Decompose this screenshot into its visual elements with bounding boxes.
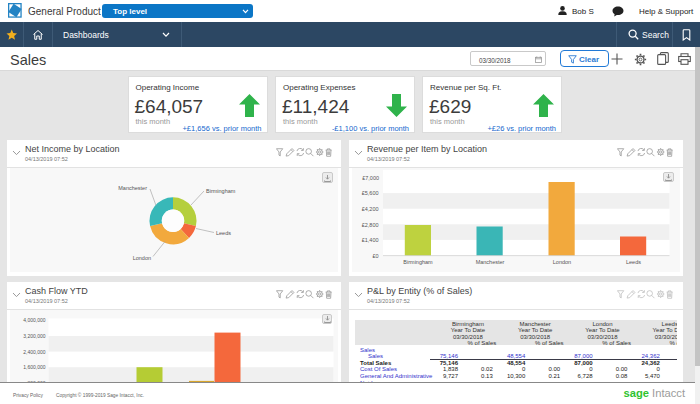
- svg-text:2,400,000: 2,400,000: [23, 349, 45, 355]
- svg-text:1,600,000: 1,600,000: [23, 364, 45, 370]
- svg-text:£5,600: £5,600: [362, 190, 379, 196]
- svg-text:£1,400: £1,400: [362, 237, 379, 243]
- svg-text:Birmingham: Birmingham: [206, 188, 236, 194]
- svg-text:London: London: [133, 255, 151, 261]
- svg-text:Birmingham: Birmingham: [403, 259, 433, 265]
- svg-text:Leeds: Leeds: [626, 259, 641, 265]
- svg-text:4,000,000: 4,000,000: [23, 317, 45, 323]
- svg-text:£4,200: £4,200: [362, 206, 379, 212]
- svg-text:Manchester: Manchester: [476, 259, 505, 265]
- svg-text:£0: £0: [372, 253, 378, 259]
- svg-text:£7,000: £7,000: [362, 175, 379, 181]
- svg-text:£2,800: £2,800: [362, 222, 379, 228]
- svg-text:Manchester: Manchester: [118, 185, 147, 191]
- svg-text:3,200,000: 3,200,000: [23, 333, 45, 339]
- svg-text:London: London: [553, 259, 571, 265]
- svg-text:Leeds: Leeds: [216, 230, 231, 236]
